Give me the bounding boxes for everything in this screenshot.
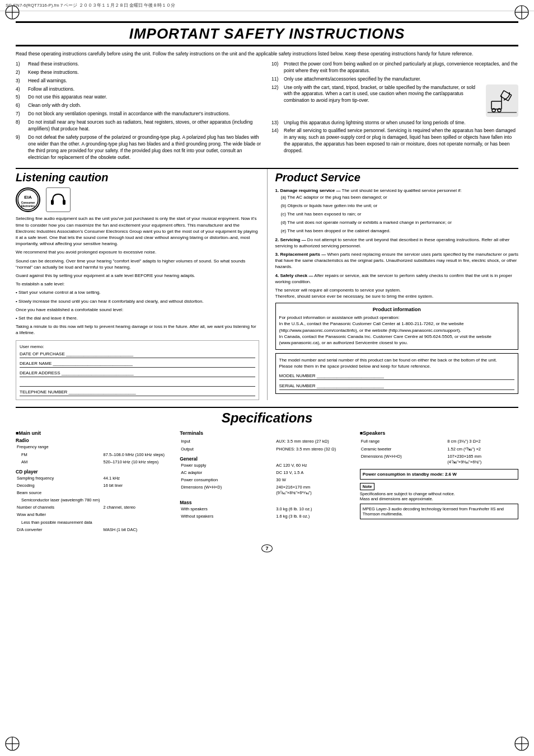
speakers-label: ■Speakers bbox=[360, 430, 518, 436]
product-info-title: Product information bbox=[279, 307, 515, 312]
am-label: AM bbox=[17, 459, 102, 466]
safety-right-col: 10)Protect the power cord from being wal… bbox=[271, 61, 518, 163]
specs-main-unit-col: ■Main unit Radio Frequency range FM 87.5… bbox=[16, 430, 174, 536]
radio-table: Frequency range FM 87.5–108.0 MHz (100 k… bbox=[16, 443, 174, 466]
note-label: Note bbox=[360, 483, 375, 490]
product-info-box: Product information For product informat… bbox=[275, 303, 519, 350]
input-row: Input AUX: 3.5 mm stereo (27 kΩ) bbox=[181, 439, 353, 445]
specs-speakers-col: ■Speakers Full range 8 cm (3¹⁄₈") 3 Ω×2 … bbox=[360, 430, 518, 536]
model-serial-desc: The model number and serial number of th… bbox=[279, 357, 515, 369]
header-bar: SC-EN7-6(RQT7316-P).fm 7 ページ ２００３年１１月２８日… bbox=[0, 0, 534, 11]
ps-sublist-1: (a) The AC adaptor or the plug has been … bbox=[275, 194, 519, 234]
ac-adaptor-value: DC 13 V, 1.5 A bbox=[276, 470, 353, 476]
safety-item-13: 13)Unplug this apparatus during lightnin… bbox=[271, 120, 518, 126]
page-number: 7 bbox=[261, 544, 272, 552]
safety-item-9: 9)Do not defeat the safety purpose of th… bbox=[16, 134, 263, 161]
ps-sub-b: (b) Objects or liquids have gotten into … bbox=[281, 203, 519, 209]
fm-value: 87.5–108.0 MHz (100 kHz steps) bbox=[103, 452, 173, 458]
listening-para-4: Guard against this by setting your equip… bbox=[16, 273, 259, 279]
fm-label: FM bbox=[17, 452, 102, 458]
beam-value-full: Semiconductor laser (wavelength 780 nm) bbox=[17, 497, 173, 504]
memo-dealer-addr: DEALER ADDRESS _________________________… bbox=[20, 370, 255, 377]
wow-row: Wow and flutter bbox=[17, 512, 173, 518]
cd-player-table: Sampling frequency 44.1 kHz Decoding 16 … bbox=[16, 475, 174, 534]
note-text: Specifications are subject to change wit… bbox=[360, 491, 518, 501]
listening-para-6: Once you have established a comfortable … bbox=[16, 307, 259, 313]
svg-text:Consumer: Consumer bbox=[21, 201, 35, 204]
listening-para-2: We recommend that you avoid prolonged ex… bbox=[16, 249, 259, 255]
safety-item-12: 12) bbox=[271, 84, 518, 118]
listening-para-1: Selecting fine audio equipment such as t… bbox=[16, 215, 259, 247]
safety-item-1: 1)Read these instructions. bbox=[16, 61, 263, 68]
freq-range-val bbox=[103, 444, 173, 450]
user-memo-box: User memo: DATE OF PURCHASE ____________… bbox=[16, 340, 259, 400]
tweeter-row: Ceramic tweeter 1.52 cm (¹⁹⁄₃₂") ×2 bbox=[361, 447, 517, 453]
ps-item-1: 1. Damage requiring service — The unit s… bbox=[275, 187, 519, 234]
power-standby-box: Power consumption in standby mode: 2.6 W bbox=[360, 469, 518, 480]
spk-dimensions-row: Dimensions (W×H×D) 107×230×165 mm(4⁷⁄₃₂"… bbox=[361, 454, 517, 466]
listening-para-7: Taking a minute to do this now will help… bbox=[16, 323, 259, 336]
am-row: AM 520–1710 kHz (10 kHz steps) bbox=[17, 459, 173, 466]
safety-item-7: 7)Do not block any ventilation openings.… bbox=[16, 111, 263, 118]
safety-intro: Read these operating instructions carefu… bbox=[16, 51, 518, 58]
safety-columns: 1)Read these instructions. 2)Keep these … bbox=[16, 61, 518, 163]
mass-title: Mass bbox=[180, 500, 354, 505]
sampling-value: 44.1 kHz bbox=[103, 476, 173, 482]
beam-row: Beam source bbox=[17, 490, 173, 496]
listening-para-3: Sound can be deceiving. Over time your h… bbox=[16, 258, 259, 270]
safety-item-11: 11)Only use attachments/accessories spec… bbox=[271, 76, 518, 83]
decoding-value: 16 bit liner bbox=[103, 483, 173, 489]
da-value: MASH (1 bit DAC) bbox=[103, 527, 173, 533]
safety-item-4: 4)Follow all instructions. bbox=[16, 86, 263, 93]
terminals-table: Input AUX: 3.5 mm stereo (27 kΩ) Output … bbox=[180, 438, 354, 453]
wow-value-row: Less than possible measurement data bbox=[17, 520, 173, 526]
with-speakers-label: With speakers bbox=[181, 506, 275, 513]
radio-title: Radio bbox=[16, 438, 174, 443]
user-memo-label: User memo: bbox=[20, 344, 255, 349]
memo-dealer-name: DEALER NAME ____________________________… bbox=[20, 361, 255, 368]
mass-table: With speakers 3.0 kg (6 lb. 10 oz.) With… bbox=[180, 505, 354, 521]
wow-value bbox=[103, 512, 173, 518]
power-consumption-row: Power consumption 30 W bbox=[181, 477, 353, 483]
svg-text:Electronics: Electronics bbox=[21, 205, 35, 208]
output-row: Output PHONES: 3.5 mm stereo (32 Ω) bbox=[181, 447, 353, 453]
dimensions-label: Dimensions (W×H×D) bbox=[181, 485, 275, 496]
da-row: D/A converter MASH (1 bit DAC) bbox=[17, 527, 173, 533]
power-consumption-value: 30 W bbox=[276, 477, 353, 483]
radio-subsection: Radio Frequency range FM 87.5–108.0 MHz … bbox=[16, 438, 174, 466]
tweeter-label: Ceramic tweeter bbox=[361, 447, 446, 453]
cd-player-subsection: CD player Sampling frequency 44.1 kHz De… bbox=[16, 469, 174, 534]
without-speakers-value: 1.6 kg (3 lb. 8 oz.) bbox=[276, 514, 353, 520]
listening-section: Listening caution EIA Consumer Electroni… bbox=[16, 169, 268, 400]
with-speakers-row: With speakers 3.0 kg (6 lb. 10 oz.) bbox=[181, 506, 353, 513]
da-label: D/A converter bbox=[17, 527, 102, 533]
ps-sub-a: (a) The AC adaptor or the plug has been … bbox=[281, 194, 519, 200]
general-table: Power supply AC 120 V, 60 Hz AC adaptor … bbox=[180, 462, 354, 498]
sampling-row: Sampling frequency 44.1 kHz bbox=[17, 476, 173, 482]
without-speakers-row: Without speakers 1.6 kg (3 lb. 8 oz.) bbox=[181, 514, 353, 520]
safety-item-5: 5)Do not use this apparatus near water. bbox=[16, 94, 263, 101]
safety-right-list: 10)Protect the power cord from being wal… bbox=[271, 61, 518, 154]
note-box: Note Specifications are subject to chang… bbox=[360, 483, 518, 501]
listening-bullet-3: • Set the dial and leave it there. bbox=[16, 315, 259, 321]
without-speakers-label: Without speakers bbox=[181, 514, 275, 520]
am-value: 520–1710 kHz (10 kHz steps) bbox=[103, 459, 173, 466]
dimensions-row: Dimensions (W×H×D) 240×216×170 mm(9⁷⁄₁₆"… bbox=[181, 485, 353, 496]
ps-sub-e: (e) The unit has been dropped or the cab… bbox=[281, 228, 519, 234]
ps-item-3: 3. Replacement parts — When parts need r… bbox=[275, 251, 519, 270]
product-service-section: Product Service 1. Damage requiring serv… bbox=[268, 169, 519, 400]
listening-para-5: To establish a safe level: bbox=[16, 281, 259, 287]
input-value: AUX: 3.5 mm stereo (27 kΩ) bbox=[276, 439, 353, 445]
speakers-table: Full range 8 cm (3¹⁄₈") 3 Ω×2 Ceramic tw… bbox=[360, 438, 518, 467]
ps-sub-c: (c) The unit has been exposed to rain; o… bbox=[281, 211, 519, 217]
ps-footer: The servicer will require all components… bbox=[275, 287, 519, 299]
safety-item-2: 2)Keep these instructions. bbox=[16, 69, 263, 76]
listening-bullet-1: • Start your volume control at a low set… bbox=[16, 289, 259, 295]
beam-label: Beam source bbox=[17, 490, 102, 496]
ps-list: 1. Damage requiring service — The unit s… bbox=[275, 187, 519, 284]
safety-item-10: 10)Protect the power cord from being wal… bbox=[271, 61, 518, 74]
full-range-row: Full range 8 cm (3¹⁄₈") 3 Ω×2 bbox=[361, 439, 517, 445]
output-label: Output bbox=[181, 447, 275, 453]
cd-player-title: CD player bbox=[16, 469, 174, 475]
full-range-value: 8 cm (3¹⁄₈") 3 Ω×2 bbox=[447, 439, 517, 445]
